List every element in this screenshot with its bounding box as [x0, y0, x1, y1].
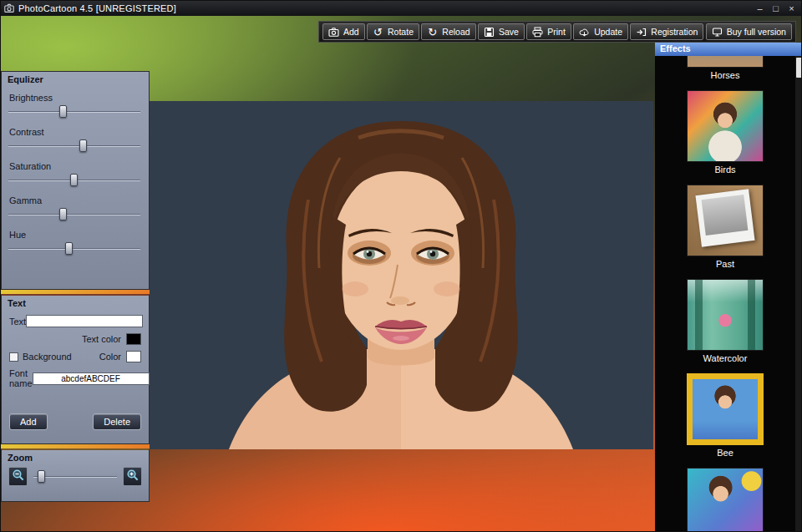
effect-label: Bee — [655, 448, 795, 458]
printer-icon — [532, 27, 543, 38]
effect-thumbnail[interactable] — [687, 56, 764, 68]
scrollbar-thumb[interactable] — [796, 58, 802, 78]
save-icon — [484, 27, 495, 38]
effect-label: Horses — [655, 70, 795, 80]
effect-thumbnail[interactable] — [687, 373, 764, 445]
magnifier-minus-icon — [12, 469, 25, 484]
main-toolbar: Add ↺Rotate ↻Reload Save Print Update Re — [318, 21, 796, 43]
text-panel-title: Text — [2, 296, 149, 309]
saturation-slider[interactable] — [8, 173, 140, 188]
effect-item-watercolor[interactable]: Watercolor — [655, 279, 795, 363]
effects-panel-title: Effects — [655, 43, 802, 56]
font-name-label: Font name — [9, 368, 33, 388]
slider-track[interactable] — [8, 248, 140, 250]
reload-button[interactable]: ↻Reload — [421, 23, 475, 40]
effect-item-partial[interactable] — [655, 468, 795, 532]
button-label: Rotate — [388, 27, 414, 37]
minimize-button[interactable]: – — [752, 3, 768, 14]
slider-thumb[interactable] — [65, 242, 73, 255]
button-label: Reload — [442, 27, 470, 37]
background-checkbox[interactable] — [9, 352, 18, 362]
monitor-icon — [712, 27, 723, 38]
zoom-panel-title: Zoom — [2, 450, 149, 464]
image-canvas — [150, 101, 653, 449]
magnifier-plus-icon — [126, 469, 140, 484]
text-color-label: Text color — [82, 334, 121, 344]
equalizer-title: Equlizer — [2, 72, 149, 85]
add-text-button[interactable]: Add — [9, 413, 48, 430]
slider-thumb[interactable] — [79, 139, 87, 152]
text-panel: Text Text Text color Background Color Fo… — [1, 294, 150, 444]
update-button[interactable]: Update — [573, 23, 628, 40]
canvas-image — [150, 101, 653, 449]
button-label: Update — [594, 27, 622, 37]
effect-item-bee[interactable]: Bee — [655, 373, 795, 458]
effect-thumbnail[interactable] — [687, 185, 764, 256]
app-window: PhotoCartoon 4.5 [UNREGISTERED] – □ × Ad… — [0, 0, 802, 532]
background-color-swatch[interactable] — [126, 351, 141, 362]
slider-track[interactable] — [8, 214, 140, 215]
close-button[interactable]: × — [784, 3, 799, 14]
effect-label: Past — [655, 259, 795, 269]
slider-thumb[interactable] — [59, 105, 67, 118]
zoom-in-button[interactable] — [123, 467, 142, 486]
slider-label-contrast: Contrast — [9, 127, 149, 137]
text-color-swatch[interactable] — [126, 333, 141, 345]
hue-slider[interactable] — [8, 241, 140, 256]
slider-thumb[interactable] — [38, 470, 45, 483]
text-input[interactable] — [26, 315, 143, 327]
equalizer-panel: Equlizer Brightness Contrast Saturation … — [1, 71, 150, 290]
effects-panel: Effects Horses Birds Past Watercolor Bee — [655, 43, 802, 532]
effect-item-past[interactable]: Past — [655, 185, 795, 269]
add-button[interactable]: Add — [322, 23, 365, 40]
rotate-button[interactable]: ↺Rotate — [367, 23, 419, 40]
buy-full-version-button[interactable]: Buy full version — [706, 23, 792, 40]
slider-thumb[interactable] — [70, 174, 78, 186]
maximize-button[interactable]: □ — [768, 3, 784, 14]
save-button[interactable]: Save — [478, 23, 525, 40]
panel-divider — [1, 444, 150, 448]
effect-item-horses[interactable]: Horses — [655, 56, 795, 80]
color-label: Color — [99, 352, 121, 362]
effect-thumbnail[interactable] — [687, 468, 764, 532]
camera-icon — [328, 27, 339, 38]
slider-track[interactable] — [33, 476, 117, 478]
slider-thumb[interactable] — [59, 208, 67, 220]
delete-text-button[interactable]: Delete — [93, 413, 141, 430]
button-label: Add — [343, 27, 359, 37]
gamma-slider[interactable] — [8, 207, 140, 222]
panel-divider — [1, 290, 150, 294]
button-label: Save — [499, 27, 519, 37]
text-field-label: Text — [9, 317, 26, 327]
slider-track[interactable] — [8, 145, 140, 147]
slider-label-brightness: Brightness — [9, 93, 149, 103]
button-label: Print — [547, 27, 566, 37]
effect-thumbnail[interactable] — [687, 90, 764, 162]
app-icon — [4, 3, 14, 13]
font-name-input[interactable] — [33, 372, 150, 385]
slider-label-hue: Hue — [9, 230, 149, 240]
brightness-slider[interactable] — [8, 104, 140, 119]
effect-label: Watercolor — [655, 353, 795, 363]
button-label: Buy full version — [727, 27, 786, 37]
button-label: Registration — [651, 27, 698, 37]
slider-track[interactable] — [8, 111, 140, 113]
contrast-slider[interactable] — [8, 139, 140, 154]
effect-item-birds[interactable]: Birds — [655, 90, 795, 175]
slider-label-saturation: Saturation — [9, 161, 149, 171]
print-button[interactable]: Print — [526, 23, 571, 40]
effect-label: Birds — [655, 165, 795, 175]
zoom-out-button[interactable] — [8, 467, 28, 486]
registration-button[interactable]: Registration — [630, 23, 703, 40]
zoom-slider[interactable] — [33, 469, 117, 484]
reload-icon: ↻ — [427, 27, 438, 38]
update-cloud-icon — [579, 27, 590, 38]
window-title: PhotoCartoon 4.5 [UNREGISTERED] — [18, 3, 752, 13]
rotate-icon: ↺ — [373, 27, 383, 38]
title-bar: PhotoCartoon 4.5 [UNREGISTERED] – □ × — [1, 1, 802, 16]
registration-arrow-icon — [636, 27, 647, 38]
effects-scrollbar[interactable] — [795, 56, 802, 532]
effect-thumbnail[interactable] — [687, 279, 764, 351]
slider-label-gamma: Gamma — [9, 195, 149, 205]
zoom-panel: Zoom — [1, 448, 150, 502]
